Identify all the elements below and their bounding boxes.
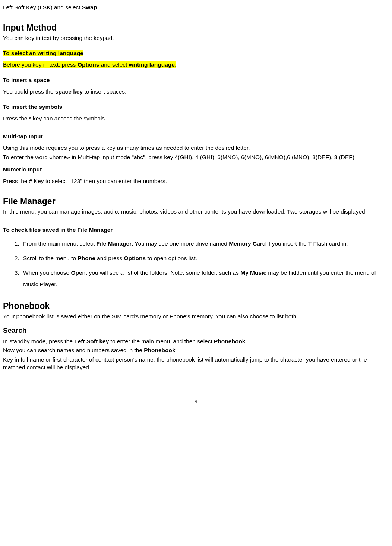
- text: and press: [95, 255, 124, 261]
- text: , you will see a list of the folders. No…: [86, 269, 240, 276]
- phonebook-desc: Your phonebook list is saved either on t…: [3, 313, 389, 321]
- text: .: [97, 4, 98, 10]
- text: You could press the: [3, 88, 55, 95]
- subhead-writing-language: To select an writing language: [3, 50, 389, 57]
- subhead-numeric-input: Numeric Input: [3, 166, 389, 174]
- page-number: 9: [3, 398, 389, 405]
- text: to insert spaces.: [83, 88, 126, 95]
- bold-memory-card: Memory Card: [229, 240, 266, 247]
- text: Before you key in text, press: [3, 61, 78, 68]
- search-line-3: Key in full name or first character of c…: [3, 356, 389, 372]
- subhead-insert-space: To insert a space: [3, 76, 389, 84]
- highlight: To select an writing language: [3, 50, 83, 56]
- insert-symbols-body: Press the * key can access the symbols.: [3, 115, 389, 123]
- bold-swap: Swap: [82, 4, 97, 10]
- bold-open: Open: [71, 269, 86, 276]
- bold-phonebook: Phonebook: [214, 338, 245, 344]
- search-line-2: Now you can search names and numbers sav…: [3, 347, 389, 354]
- text: to enter the main menu, and then select: [109, 338, 214, 344]
- text: From the main menu, select: [23, 240, 96, 247]
- highlight: Before you key in text, press Options an…: [3, 61, 176, 68]
- bold-options: Options: [124, 255, 146, 261]
- text: .: [175, 61, 176, 68]
- heading-file-manager: File Manager: [3, 196, 389, 207]
- input-method-desc: You can key in text by pressing the keyp…: [3, 34, 389, 42]
- text: In standby mode, press the: [3, 338, 74, 344]
- subhead-insert-symbols: To insert the symbols: [3, 103, 389, 111]
- bold-phone: Phone: [78, 255, 95, 261]
- list-item: When you choose Open, you will see a lis…: [21, 267, 389, 290]
- bold-left-soft-key: Left Soft key: [74, 338, 109, 344]
- intro-line: Left Soft Key (LSK) and select Swap.: [3, 4, 389, 12]
- search-line-1: In standby mode, press the Left Soft key…: [3, 338, 389, 345]
- multi-tap-body-2: To enter the word «home» in Multi-tap in…: [3, 154, 389, 161]
- bold-options: Options: [78, 61, 99, 68]
- text: Left Soft Key (LSK) and select: [3, 4, 82, 10]
- bold-file-manager: File Manager: [96, 240, 132, 247]
- text: .: [245, 338, 247, 344]
- text: Now you can search names and numbers sav…: [3, 347, 144, 353]
- text: and select: [99, 61, 129, 68]
- insert-space-body: You could press the space key to insert …: [3, 88, 389, 96]
- numeric-input-body: Press the # Key to select "123" then you…: [3, 177, 389, 185]
- bold-space-key: space key: [55, 88, 83, 95]
- file-manager-steps: From the main menu, select File Manager.…: [3, 238, 389, 290]
- bold-writing-language: writing language: [129, 61, 175, 68]
- heading-input-method: Input Method: [3, 22, 389, 34]
- text: Scroll to the menu to: [23, 255, 78, 261]
- bold-my-music: My Music: [240, 269, 266, 276]
- text: . You may see one more drive named: [132, 240, 229, 247]
- file-manager-desc: In this menu, you can manage images, aud…: [3, 208, 389, 216]
- heading-phonebook: Phonebook: [3, 300, 389, 312]
- list-item: From the main menu, select File Manager.…: [21, 238, 389, 249]
- text: to open options list.: [146, 255, 197, 261]
- list-item: Scroll to the menu to Phone and press Op…: [21, 252, 389, 264]
- writing-language-body: Before you key in text, press Options an…: [3, 61, 389, 69]
- subhead-multi-tap: Multi-tap Input: [3, 133, 389, 141]
- text: if you insert the T-Flash card in.: [266, 240, 348, 247]
- heading-search: Search: [3, 326, 389, 335]
- subhead-check-files: To check files saved in the File Manager: [3, 226, 389, 234]
- text: When you choose: [23, 269, 71, 276]
- bold-phonebook: Phonebook: [144, 347, 175, 353]
- multi-tap-body-1: Using this mode requires you to press a …: [3, 144, 389, 152]
